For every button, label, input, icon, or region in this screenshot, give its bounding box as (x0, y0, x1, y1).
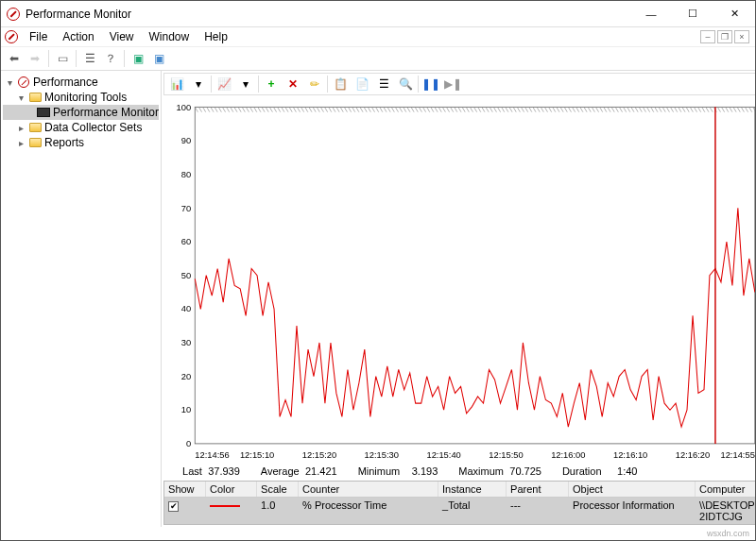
svg-line-140 (741, 107, 744, 111)
menu-bar: File Action View Window Help – ❐ × (1, 27, 755, 46)
svg-line-63 (438, 107, 441, 111)
properties-button[interactable]: ☰ (80, 49, 99, 68)
zoom-button[interactable]: 🔍 (395, 75, 416, 93)
col-parent[interactable]: Parent (507, 482, 569, 497)
svg-line-67 (455, 107, 457, 111)
svg-line-18 (262, 107, 265, 111)
counter-name: % Processor Time (299, 498, 438, 524)
tree-node-data-collector-sets[interactable]: ▸ Data Collector Sets (3, 120, 159, 135)
col-show[interactable]: Show (164, 482, 206, 497)
svg-line-37 (336, 107, 339, 111)
show-checkbox[interactable]: ✔ (168, 501, 179, 512)
add-counter-button[interactable]: + (261, 75, 282, 93)
expand-icon[interactable]: ▸ (16, 123, 26, 133)
menu-file[interactable]: File (22, 28, 55, 45)
navigation-tree: ▾ Performance ▾ Monitoring Tools Perform… (1, 71, 162, 527)
svg-line-17 (258, 107, 261, 111)
svg-text:40: 40 (181, 303, 191, 313)
view-dropdown[interactable]: ▾ (188, 75, 209, 93)
paste-button[interactable]: 📄 (352, 75, 372, 93)
svg-line-82 (513, 107, 516, 111)
col-counter[interactable]: Counter (299, 482, 438, 497)
minimize-button[interactable]: — (630, 1, 672, 27)
col-color[interactable]: Color (206, 482, 257, 497)
collapse-icon[interactable]: ▾ (5, 77, 14, 88)
svg-line-89 (541, 107, 543, 111)
counter-grid-header: Show Color Scale Counter Instance Parent… (164, 482, 756, 498)
svg-line-112 (631, 107, 634, 111)
col-object[interactable]: Object (569, 482, 696, 497)
svg-line-51 (391, 107, 394, 111)
svg-line-40 (348, 107, 351, 111)
tree-node-performance-monitor[interactable]: Performance Monitor (3, 105, 159, 120)
view-current-button[interactable]: 📊 (166, 75, 187, 93)
counter-row[interactable]: ✔ 1.0 % Processor Time _Total --- Proces… (164, 498, 756, 524)
title-bar: Performance Monitor — ☐ ✕ (1, 1, 755, 27)
mdi-restore-button[interactable]: ❐ (717, 30, 732, 43)
main-toolbar: ⬅ ➡ ▭ ☰ ？ ▣ ▣ (1, 46, 755, 71)
maximize-button[interactable]: ☐ (672, 1, 713, 27)
col-scale[interactable]: Scale (257, 482, 299, 497)
folder-button[interactable]: ▣ (129, 49, 147, 68)
svg-line-3 (203, 107, 206, 111)
menu-action[interactable]: Action (55, 28, 101, 45)
update-button[interactable]: ▶❚ (442, 75, 463, 93)
tree-node-monitoring-tools[interactable]: ▾ Monitoring Tools (3, 90, 159, 105)
svg-text:70: 70 (181, 202, 191, 212)
svg-line-20 (269, 107, 272, 111)
svg-line-10 (231, 107, 233, 111)
svg-text:12:15:40: 12:15:40 (426, 449, 460, 460)
svg-line-131 (706, 107, 709, 111)
back-button[interactable]: ⬅ (5, 49, 24, 68)
svg-line-62 (435, 107, 438, 111)
close-button[interactable]: ✕ (713, 1, 755, 27)
svg-line-106 (608, 107, 610, 111)
computer-value: \\DESKTOP-2IDTCJG (696, 498, 756, 524)
svg-line-65 (446, 107, 449, 111)
mdi-minimize-button[interactable]: – (700, 30, 715, 43)
chart-area[interactable]: 010203040506070809010012:14:5612:15:1012… (163, 97, 756, 462)
svg-line-124 (679, 107, 681, 111)
display-type-button[interactable]: 📈 (214, 75, 234, 93)
freeze-button[interactable]: ❚❚ (421, 75, 441, 93)
menu-help[interactable]: Help (197, 28, 235, 45)
svg-text:80: 80 (181, 169, 191, 179)
maximum-label: Maximum (458, 465, 504, 477)
menu-window[interactable]: Window (142, 28, 198, 45)
svg-line-115 (643, 107, 645, 111)
delete-counter-button[interactable]: ✕ (283, 75, 303, 93)
copy-button[interactable]: 📋 (330, 75, 351, 93)
collapse-icon[interactable]: ▾ (16, 93, 26, 103)
mdi-close-button[interactable]: × (734, 30, 749, 43)
svg-line-79 (502, 107, 505, 111)
stats-row: Last 37.939 Average 21.421 Minimum 3.193… (163, 462, 756, 481)
svg-line-129 (698, 107, 701, 111)
show-hide-button[interactable]: ▭ (53, 49, 72, 68)
app-icon (7, 8, 20, 21)
window-button[interactable]: ▣ (149, 49, 168, 68)
svg-line-29 (305, 107, 308, 111)
average-value: 21.421 (305, 465, 352, 477)
svg-line-135 (722, 107, 725, 111)
svg-line-77 (493, 107, 496, 111)
expand-icon[interactable]: ▸ (16, 138, 26, 148)
svg-text:30: 30 (181, 337, 191, 347)
col-instance[interactable]: Instance (438, 482, 507, 497)
svg-line-23 (282, 107, 284, 111)
tree-node-performance[interactable]: ▾ Performance (3, 75, 159, 90)
properties-button[interactable]: ☰ (373, 75, 394, 93)
svg-line-58 (419, 107, 421, 111)
svg-line-44 (364, 107, 367, 111)
svg-line-76 (490, 107, 492, 111)
svg-line-54 (404, 107, 406, 111)
forward-button[interactable]: ➡ (26, 49, 44, 68)
display-dropdown[interactable]: ▾ (235, 75, 256, 93)
svg-line-121 (666, 107, 669, 111)
svg-line-71 (470, 107, 472, 111)
highlight-button[interactable]: ✏ (304, 75, 325, 93)
tree-node-reports[interactable]: ▸ Reports (3, 135, 159, 150)
refresh-button[interactable]: ？ (101, 49, 120, 68)
svg-line-95 (564, 107, 567, 111)
menu-view[interactable]: View (102, 28, 142, 45)
col-computer[interactable]: Computer (696, 482, 756, 497)
